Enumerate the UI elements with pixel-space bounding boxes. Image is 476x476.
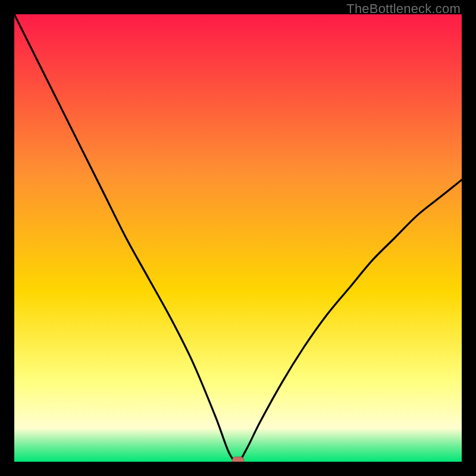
bottleneck-curve xyxy=(14,14,462,462)
plot-frame xyxy=(14,14,462,462)
optimal-marker xyxy=(232,457,244,462)
